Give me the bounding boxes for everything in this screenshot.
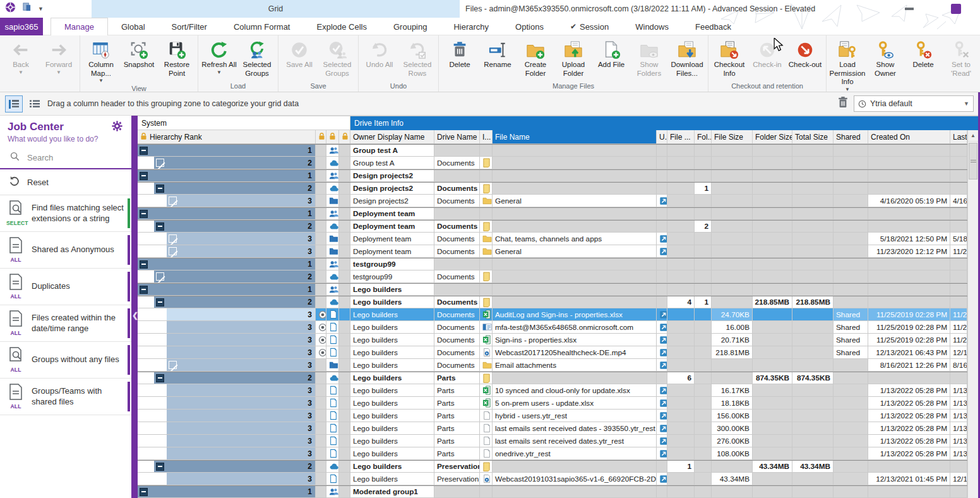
cell-filecnt[interactable] <box>667 145 695 157</box>
cell-totalsize[interactable] <box>792 195 834 207</box>
cell-c3[interactable] <box>339 422 350 435</box>
cell-drive[interactable]: Parts <box>434 384 480 397</box>
cell-shared[interactable] <box>834 296 868 308</box>
cell-typeicon[interactable] <box>326 195 339 207</box>
cell-created[interactable]: 1/13/2022 05:28 PM <box>868 384 950 397</box>
grid-row-file[interactable]: 3Lego buildersPartslast emails sent rece… <box>138 422 980 435</box>
cell-totalsize[interactable] <box>792 384 834 397</box>
cell-radio[interactable] <box>316 422 326 435</box>
collapse-icon[interactable] <box>140 172 148 180</box>
cell-last[interactable]: 1/13/2022 05:28 PM <box>950 397 967 410</box>
cell-typeicon[interactable] <box>326 208 339 220</box>
grid-row-group[interactable]: 1Design projects2 <box>138 169 980 182</box>
cell-radio[interactable] <box>316 245 326 258</box>
cell-totalsize[interactable] <box>792 157 834 169</box>
cell-folcnt[interactable] <box>695 321 712 334</box>
cell-hier[interactable]: 1 <box>138 145 316 157</box>
cell-filecnt[interactable] <box>667 486 695 498</box>
cell-filecnt[interactable] <box>667 447 695 460</box>
download-files--button[interactable]: Download Files... <box>668 37 706 81</box>
cell-hier[interactable]: 3 <box>138 473 316 485</box>
cell-u[interactable] <box>657 195 667 207</box>
cell-foldersize[interactable] <box>753 270 792 283</box>
collapse-icon[interactable] <box>140 210 148 218</box>
cell-drive[interactable]: Preservation <box>434 461 480 473</box>
cell-hier[interactable]: 3 <box>138 410 316 422</box>
cell-c3[interactable] <box>339 208 350 220</box>
cell-filesize[interactable] <box>712 145 753 157</box>
cell-folcnt[interactable] <box>695 245 712 258</box>
cell-u[interactable] <box>657 308 667 321</box>
cell-file[interactable]: 5 on-prem users - update.xlsx <box>493 397 657 410</box>
grid-row-file[interactable]: 3Lego buildersDocumentsWebcast20171205he… <box>138 346 980 359</box>
cell-typeicon[interactable] <box>326 384 339 397</box>
cell-typeicon[interactable] <box>326 435 339 447</box>
cell-c3[interactable] <box>339 296 350 308</box>
cell-ficon[interactable] <box>480 447 493 460</box>
cell-last[interactable]: 1/13/2022 05:28 PM <box>950 410 967 422</box>
cell-typeicon[interactable] <box>326 359 339 372</box>
gear-icon[interactable] <box>112 121 122 134</box>
cell-typeicon[interactable] <box>326 486 339 498</box>
cell-u[interactable] <box>657 486 667 498</box>
cell-u[interactable] <box>657 258 667 270</box>
job-item-find-files-matching-select-ext[interactable]: SELECTFind files matching select extensi… <box>0 195 131 232</box>
cell-foldersize[interactable] <box>753 284 792 296</box>
cell-filesize[interactable]: 108.00KB <box>712 447 753 460</box>
cell-last[interactable] <box>950 486 967 498</box>
job-item-duplicates[interactable]: ALLDuplicates <box>0 269 131 305</box>
cell-typeicon[interactable] <box>326 346 339 359</box>
cell-shared[interactable] <box>834 145 868 157</box>
window-menu-icon[interactable] <box>951 4 961 14</box>
cell-radio[interactable] <box>316 183 326 195</box>
cell-radio[interactable] <box>316 321 326 334</box>
cell-shared[interactable] <box>834 447 868 460</box>
rename-button[interactable]: Rename <box>479 37 517 81</box>
column-header-shared[interactable]: Shared <box>834 130 868 143</box>
cell-created[interactable]: 4/16/2020 05:19 PM <box>868 195 950 207</box>
cell-owner[interactable]: Group test A <box>350 157 434 169</box>
cell-created[interactable] <box>868 208 950 220</box>
cell-owner[interactable]: Lego builders <box>350 473 434 485</box>
cell-drive[interactable]: Parts <box>434 435 480 447</box>
cell-radio[interactable] <box>316 284 326 296</box>
cell-hier[interactable]: 3 <box>138 321 316 334</box>
cell-radio[interactable] <box>316 486 326 498</box>
cell-file[interactable] <box>493 461 657 473</box>
cell-drive[interactable]: Parts <box>434 372 480 384</box>
column-header-hierarchy-rank[interactable]: Hierarchy Rank <box>138 130 316 143</box>
cell-c3[interactable] <box>339 461 350 473</box>
cell-c3[interactable] <box>339 221 350 233</box>
cell-file[interactable]: Chat, teams, channels and apps <box>493 233 657 245</box>
cell-c3[interactable] <box>339 284 350 296</box>
cell-c3[interactable] <box>339 145 350 157</box>
cell-created[interactable] <box>868 258 950 270</box>
cell-typeicon[interactable] <box>326 372 339 384</box>
cell-c3[interactable] <box>339 270 350 283</box>
cell-shared[interactable]: Shared <box>834 321 868 334</box>
cell-hier[interactable]: 3 <box>138 435 316 447</box>
cell-last[interactable] <box>950 221 967 233</box>
cell-created[interactable] <box>868 372 950 384</box>
cell-owner[interactable]: Moderated group1 <box>350 486 434 498</box>
cell-foldersize[interactable]: 43.34MB <box>753 461 792 473</box>
cell-foldersize[interactable] <box>753 245 792 258</box>
cell-totalsize[interactable] <box>792 447 834 460</box>
cell-hier[interactable]: 2 <box>138 270 316 283</box>
cell-ficon[interactable] <box>480 410 493 422</box>
cell-u[interactable] <box>657 170 667 182</box>
cell-u[interactable] <box>657 221 667 233</box>
cell-file[interactable] <box>493 372 657 384</box>
cell-foldersize[interactable] <box>753 170 792 182</box>
cell-filecnt[interactable]: 4 <box>667 296 695 308</box>
cell-file[interactable]: last emails sent received dates - 393550… <box>493 422 657 435</box>
cell-filesize[interactable]: 300.00KB <box>712 422 753 435</box>
cell-filecnt[interactable]: 1 <box>667 461 695 473</box>
cell-filesize[interactable] <box>712 233 753 245</box>
cell-created[interactable] <box>868 221 950 233</box>
cell-radio[interactable] <box>316 384 326 397</box>
cell-file[interactable]: Sign-ins - properties.xlsx <box>493 334 657 346</box>
cell-u[interactable] <box>657 157 667 169</box>
tab-sort-filter[interactable]: Sort/Filter <box>158 18 220 35</box>
cell-owner[interactable]: Lego builders <box>350 397 434 410</box>
